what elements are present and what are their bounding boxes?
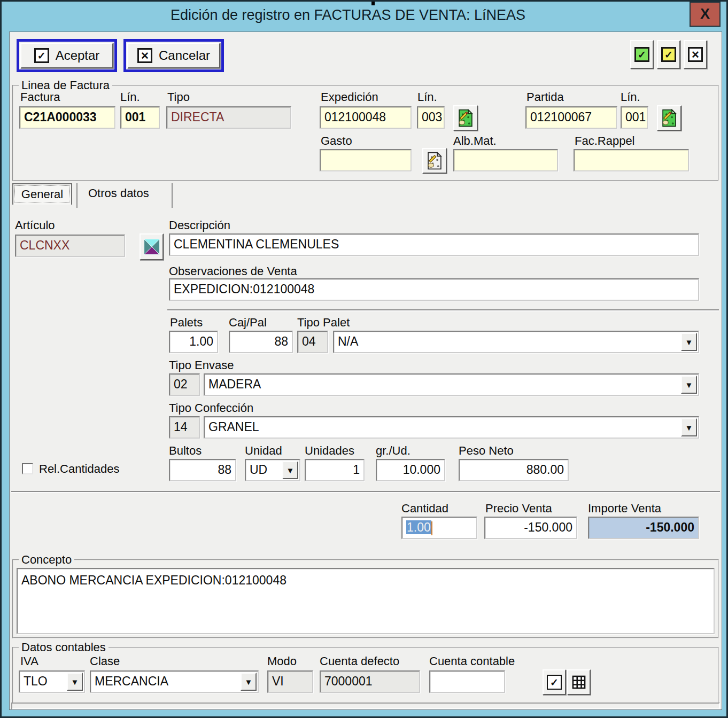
concepto-legend: Concepto	[19, 553, 74, 567]
status-bar	[11, 703, 720, 709]
partida-field[interactable]: 012100067	[525, 106, 617, 129]
validate-account-button[interactable]: ✓	[543, 669, 566, 695]
account-grid-button[interactable]	[567, 669, 591, 695]
cuenta-defecto-label: Cuenta defecto	[320, 654, 399, 668]
observaciones-field[interactable]: EXPEDICION:012100048	[169, 278, 699, 301]
tipoenvase-code-field: 02	[169, 373, 200, 396]
gasto-field[interactable]	[320, 149, 412, 171]
expedicion-line-label: Lín.	[417, 90, 437, 104]
hourglass-triangles-icon	[143, 238, 160, 256]
accept-button-focus-ring: ✓ Aceptar	[17, 39, 117, 72]
save-accept-all-button[interactable]: ✓	[630, 40, 654, 69]
factura-line-label: Lín.	[120, 90, 140, 104]
toolbar-icon-group: ✓ ✓ ✕	[630, 40, 707, 69]
tab-otros-datos[interactable]: Otros datos	[88, 186, 149, 200]
chevron-down-icon[interactable]: ▼	[241, 673, 257, 691]
tipopalet-code-field: 04	[297, 331, 328, 353]
partida-line-field[interactable]: 001	[621, 106, 648, 129]
gasto-label: Gasto	[321, 134, 352, 148]
articulo-label: Artículo	[15, 218, 55, 232]
cancel-button-label: Cancelar	[159, 48, 210, 63]
chevron-down-icon[interactable]: ▼	[67, 673, 83, 691]
tab-divider	[76, 183, 78, 208]
accept-continue-button[interactable]: ✓	[657, 40, 680, 69]
chevron-down-icon[interactable]: ▼	[681, 376, 697, 394]
observaciones-label: Observaciones de Venta	[169, 264, 297, 278]
cantidad-label: Cantidad	[401, 502, 448, 516]
dialog-title: Edición de registro en FACTURAS DE VENTA…	[2, 7, 694, 24]
tab-general[interactable]: General	[12, 183, 72, 205]
albmat-label: Alb.Mat.	[453, 134, 497, 148]
factura-line-field[interactable]: 001	[120, 106, 160, 129]
unidad-label: Unidad	[245, 444, 282, 458]
clase-combo[interactable]: MERCANCIA ▼	[90, 670, 259, 693]
discard-button[interactable]: ✕	[684, 40, 707, 69]
articulo-field: CLCNXX	[15, 235, 125, 257]
importe-venta-field: -150.000	[588, 517, 699, 539]
factura-field[interactable]: C21A000033	[19, 106, 115, 129]
cajpal-field[interactable]: 88	[229, 331, 293, 353]
unidad-combo[interactable]: UD ▼	[245, 459, 300, 481]
facrappel-field[interactable]	[574, 149, 689, 171]
tipoenvase-label: Tipo Envase	[169, 358, 234, 372]
tipopalet-combo[interactable]: N/A ▼	[333, 331, 699, 353]
grid-table-icon	[572, 675, 586, 689]
bultos-field[interactable]: 88	[169, 459, 236, 481]
close-button[interactable]: X	[690, 2, 721, 27]
tab-divider	[172, 183, 173, 208]
expedicion-label: Expedición	[321, 90, 378, 104]
edit-record-dialog: Edición de registro en FACTURAS DE VENTA…	[0, 0, 728, 718]
expedicion-lookup-button[interactable]	[453, 105, 478, 131]
relcantidades-checkbox[interactable]	[22, 463, 33, 474]
bultos-label: Bultos	[169, 444, 202, 458]
clase-label: Clase	[90, 654, 120, 668]
chevron-down-icon[interactable]: ▼	[681, 333, 697, 351]
articulo-lookup-button[interactable]	[140, 233, 164, 260]
partida-lookup-button[interactable]	[657, 105, 681, 131]
concepto-textarea[interactable]: ABONO MERCANCIA EXPEDICION:012100048	[17, 568, 715, 634]
white-cross-icon: ✕	[688, 47, 703, 62]
tipoenvase-combo[interactable]: MADERA ▼	[204, 373, 699, 396]
partida-label: Partida	[526, 90, 564, 104]
section-separator	[11, 491, 720, 493]
green-document-lookup-icon	[458, 109, 473, 127]
grud-field[interactable]: 10.000	[376, 459, 445, 481]
tipoconf-combo[interactable]: GRANEL ▼	[204, 416, 699, 439]
unidades-field[interactable]: 1	[305, 459, 365, 481]
expedicion-line-field[interactable]: 003	[417, 106, 445, 129]
palets-field[interactable]: 1.00	[169, 331, 218, 353]
accept-button-label: Aceptar	[56, 48, 100, 63]
cancel-button[interactable]: ✕ Cancelar	[127, 43, 220, 68]
gasto-lookup-button[interactable]	[422, 148, 447, 174]
accept-button[interactable]: ✓ Aceptar	[20, 43, 113, 68]
pesoneto-field[interactable]: 880.00	[459, 459, 569, 481]
facrappel-label: Fac.Rappel	[575, 134, 635, 148]
partida-line-label: Lín.	[621, 90, 640, 104]
tab-general-label: General	[21, 188, 63, 201]
cantidad-field[interactable]: 1.00	[401, 517, 477, 539]
cuenta-contable-field[interactable]	[429, 670, 505, 693]
text-caret	[431, 521, 432, 535]
chevron-down-icon[interactable]: ▼	[282, 461, 298, 479]
pesoneto-label: Peso Neto	[459, 444, 514, 458]
chevron-down-icon[interactable]: ▼	[681, 418, 697, 436]
precio-venta-label: Precio Venta	[485, 502, 552, 516]
checkbox-check-icon: ✓	[34, 48, 49, 63]
gray-document-lookup-icon	[427, 152, 442, 170]
iva-combo[interactable]: TLO ▼	[19, 670, 85, 693]
importe-venta-label: Importe Venta	[588, 502, 661, 516]
albmat-field[interactable]	[453, 149, 558, 171]
descripcion-label: Descripción	[169, 218, 230, 232]
tipopalet-label: Tipo Palet	[297, 316, 350, 330]
modo-field: VI	[267, 670, 313, 693]
expedicion-field[interactable]: 012100048	[320, 106, 412, 129]
close-icon: X	[700, 6, 710, 22]
cajpal-label: Caj/Pal	[229, 316, 267, 330]
tipo-field: DIRECTA	[166, 106, 291, 129]
selected-text: 1.00	[406, 520, 431, 534]
descripcion-field[interactable]: CLEMENTINA CLEMENULES	[169, 233, 699, 256]
unidades-label: Unidades	[305, 444, 354, 458]
precio-venta-field[interactable]: -150.000	[484, 517, 577, 539]
tab-otros-datos-label: Otros datos	[88, 186, 149, 200]
tipo-label: Tipo	[167, 90, 190, 104]
